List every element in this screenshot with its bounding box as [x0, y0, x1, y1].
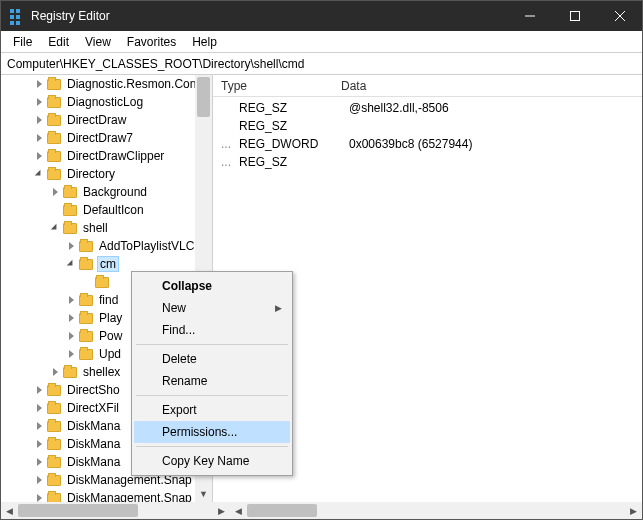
tree-item[interactable]: DiskManagement.Snap — [1, 489, 212, 502]
tree-item-label: DiskMana — [65, 419, 122, 433]
context-menu-item[interactable]: Copy Key Name — [134, 450, 290, 472]
menu-favorites[interactable]: Favorites — [119, 33, 184, 51]
body-area: Diagnostic.Resmon.ConDiagnosticLogDirect… — [1, 75, 642, 502]
context-menu-item[interactable]: Permissions... — [134, 421, 290, 443]
folder-icon — [47, 115, 61, 126]
tree-item-label: DefaultIcon — [81, 203, 146, 217]
hscroll-left2-icon[interactable]: ◀ — [230, 502, 247, 519]
folder-icon — [47, 169, 61, 180]
title-bar: Registry Editor — [1, 1, 642, 31]
hscroll-right-icon[interactable]: ▶ — [213, 502, 230, 519]
list-row[interactable]: REG_SZ — [213, 117, 642, 135]
close-button[interactable] — [597, 1, 642, 31]
menu-separator — [136, 446, 288, 447]
chevron-right-icon[interactable] — [33, 114, 45, 126]
chevron-right-icon[interactable] — [65, 294, 77, 306]
chevron-right-icon[interactable] — [33, 492, 45, 502]
chevron-down-icon[interactable] — [65, 258, 77, 270]
scroll-thumb[interactable] — [197, 77, 210, 117]
col-type[interactable]: Type — [213, 79, 333, 93]
tree-item-label: DiskManagement.Snap — [65, 491, 194, 502]
menu-file[interactable]: File — [5, 33, 40, 51]
context-menu-item[interactable]: Rename — [134, 370, 290, 392]
list-row[interactable]: ...REG_SZ — [213, 153, 642, 171]
tree-item[interactable]: Directory — [1, 165, 212, 183]
chevron-right-icon[interactable] — [33, 456, 45, 468]
hscroll-thumb-left[interactable] — [18, 504, 138, 517]
tree-item-label: DirectXFil — [65, 401, 121, 415]
tree-item[interactable]: DefaultIcon — [1, 201, 212, 219]
chevron-right-icon[interactable] — [49, 366, 61, 378]
folder-icon — [79, 295, 93, 306]
chevron-right-icon[interactable] — [33, 96, 45, 108]
hscroll-right2-icon[interactable]: ▶ — [625, 502, 642, 519]
folder-icon — [47, 79, 61, 90]
tree-item-label: Diagnostic.Resmon.Con — [65, 77, 198, 91]
tree-item-label: Background — [81, 185, 149, 199]
menu-view[interactable]: View — [77, 33, 119, 51]
tree-item[interactable]: AddToPlaylistVLC — [1, 237, 212, 255]
list-row[interactable]: REG_SZ@shell32.dll,-8506 — [213, 99, 642, 117]
col-data[interactable]: Data — [333, 79, 374, 93]
chevron-right-icon[interactable] — [33, 150, 45, 162]
tree-item-label: shellex — [81, 365, 122, 379]
tree-item-label: find — [97, 293, 120, 307]
list-header: Type Data — [213, 75, 642, 97]
menu-help[interactable]: Help — [184, 33, 225, 51]
tree-item[interactable]: DirectDrawClipper — [1, 147, 212, 165]
minimize-button[interactable] — [507, 1, 552, 31]
folder-icon — [47, 403, 61, 414]
chevron-right-icon[interactable] — [33, 78, 45, 90]
menu-bar: File Edit View Favorites Help — [1, 31, 642, 53]
chevron-right-icon[interactable] — [33, 438, 45, 450]
truncation-indicator: ... — [221, 137, 231, 151]
chevron-right-icon[interactable] — [33, 132, 45, 144]
chevron-right-icon[interactable] — [33, 420, 45, 432]
tree-item-label: Directory — [65, 167, 117, 181]
context-menu-item[interactable]: New▶ — [134, 297, 290, 319]
tree-item[interactable]: DirectDraw — [1, 111, 212, 129]
folder-icon — [79, 331, 93, 342]
hscroll-left-icon[interactable]: ◀ — [1, 502, 18, 519]
tree-item-label: DiagnosticLog — [65, 95, 145, 109]
folder-icon — [79, 259, 93, 270]
chevron-right-icon[interactable] — [33, 384, 45, 396]
context-menu-item[interactable]: Find... — [134, 319, 290, 341]
chevron-right-icon[interactable] — [49, 186, 61, 198]
address-input[interactable] — [7, 57, 636, 71]
list-row[interactable]: ...REG_DWORD0x00639bc8 (6527944) — [213, 135, 642, 153]
tree-item-label: AddToPlaylistVLC — [97, 239, 196, 253]
chevron-right-icon[interactable] — [65, 312, 77, 324]
context-menu-item[interactable]: Collapse — [134, 275, 290, 297]
tree-item[interactable]: shell — [1, 219, 212, 237]
tree-item[interactable]: Background — [1, 183, 212, 201]
maximize-button[interactable] — [552, 1, 597, 31]
tree-item[interactable]: DiagnosticLog — [1, 93, 212, 111]
cell-type: REG_SZ — [231, 101, 341, 115]
chevron-down-icon[interactable] — [49, 222, 61, 234]
svg-rect-1 — [570, 12, 579, 21]
chevron-right-icon[interactable] — [33, 402, 45, 414]
horizontal-scrollbar: ◀ ▶ ◀ ▶ — [1, 502, 642, 519]
menu-edit[interactable]: Edit — [40, 33, 77, 51]
tree-item[interactable]: Diagnostic.Resmon.Con — [1, 75, 212, 93]
address-bar — [1, 53, 642, 75]
context-menu-item[interactable]: Export — [134, 399, 290, 421]
chevron-right-icon[interactable] — [65, 330, 77, 342]
tree-item[interactable]: DirectDraw7 — [1, 129, 212, 147]
chevron-down-icon[interactable] — [33, 168, 45, 180]
folder-icon — [47, 439, 61, 450]
chevron-right-icon[interactable] — [33, 474, 45, 486]
chevron-right-icon[interactable] — [65, 240, 77, 252]
folder-icon — [47, 457, 61, 468]
context-menu-item[interactable]: Delete — [134, 348, 290, 370]
no-expand-icon — [81, 276, 93, 288]
cell-data: 0x00639bc8 (6527944) — [341, 137, 480, 151]
tree-item-label: DirectSho — [65, 383, 122, 397]
scroll-down-icon[interactable]: ▼ — [195, 485, 212, 502]
folder-icon — [63, 223, 77, 234]
tree-item-label: Pow — [97, 329, 124, 343]
hscroll-thumb-right[interactable] — [247, 504, 317, 517]
chevron-right-icon[interactable] — [65, 348, 77, 360]
folder-icon — [63, 367, 77, 378]
